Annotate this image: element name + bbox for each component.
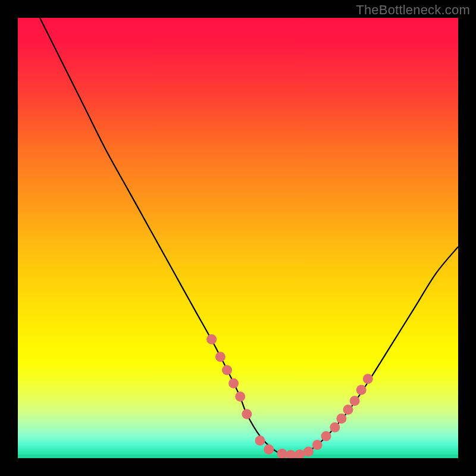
data-marker (303, 446, 314, 456)
data-marker (264, 444, 274, 455)
data-marker (206, 334, 217, 345)
data-marker (255, 436, 265, 446)
data-marker (356, 385, 367, 395)
data-marker (286, 450, 296, 458)
data-marker (363, 374, 373, 384)
data-marker (222, 365, 232, 375)
data-marker (336, 414, 346, 424)
data-marker (330, 422, 340, 433)
data-marker (295, 450, 305, 458)
curve-layer (18, 18, 458, 458)
data-marker (242, 409, 252, 419)
data-marker (228, 378, 239, 389)
data-marker (312, 440, 322, 450)
marker-group (206, 334, 373, 458)
plot-area (18, 18, 458, 458)
data-marker (350, 396, 360, 406)
data-marker (215, 352, 226, 362)
chart-frame: TheBottleneck.com (0, 0, 476, 476)
data-marker (321, 431, 331, 441)
data-marker (277, 449, 287, 458)
watermark-text: TheBottleneck.com (356, 2, 470, 18)
bottleneck-curve (40, 18, 458, 456)
data-marker (343, 405, 353, 415)
data-marker (235, 392, 245, 402)
